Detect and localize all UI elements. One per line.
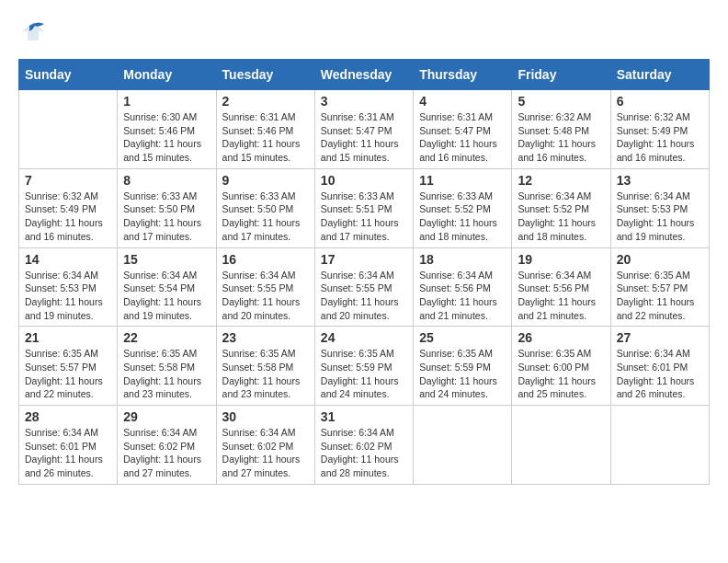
calendar-cell: 14Sunrise: 6:34 AMSunset: 5:53 PMDayligh… — [19, 247, 118, 327]
cell-info: Sunrise: 6:34 AMSunset: 6:01 PMDaylight:… — [25, 426, 111, 480]
calendar-cell: 20Sunrise: 6:35 AMSunset: 5:57 PMDayligh… — [610, 247, 709, 327]
day-number: 1 — [123, 94, 210, 109]
calendar-cell: 7Sunrise: 6:32 AMSunset: 5:49 PMDaylight… — [19, 168, 118, 247]
cell-info: Sunrise: 6:32 AMSunset: 5:49 PMDaylight:… — [617, 110, 703, 165]
calendar-body: 1Sunrise: 6:30 AMSunset: 5:46 PMDaylight… — [19, 90, 710, 485]
day-number: 29 — [123, 409, 210, 424]
cell-info: Sunrise: 6:34 AMSunset: 6:02 PMDaylight:… — [222, 426, 309, 480]
calendar-week-row: 14Sunrise: 6:34 AMSunset: 5:53 PMDayligh… — [19, 247, 710, 327]
col-header-monday: Monday — [118, 60, 216, 90]
calendar-cell: 30Sunrise: 6:34 AMSunset: 6:02 PMDayligh… — [216, 406, 314, 485]
day-number: 26 — [518, 330, 604, 345]
cell-info: Sunrise: 6:34 AMSunset: 5:55 PMDaylight:… — [222, 269, 309, 323]
cell-info: Sunrise: 6:35 AMSunset: 5:58 PMDaylight:… — [222, 347, 309, 401]
calendar-cell: 11Sunrise: 6:33 AMSunset: 5:52 PMDayligh… — [414, 168, 512, 247]
calendar-cell: 6Sunrise: 6:32 AMSunset: 5:49 PMDaylight… — [610, 90, 709, 169]
cell-info: Sunrise: 6:34 AMSunset: 5:52 PMDaylight:… — [518, 190, 604, 244]
day-number: 31 — [321, 409, 407, 424]
calendar-table: SundayMondayTuesdayWednesdayThursdayFrid… — [18, 59, 710, 485]
calendar-cell: 29Sunrise: 6:34 AMSunset: 6:02 PMDayligh… — [118, 406, 216, 485]
day-number: 11 — [419, 173, 506, 188]
col-header-tuesday: Tuesday — [216, 60, 314, 90]
day-number: 20 — [617, 252, 703, 267]
day-number: 4 — [419, 94, 506, 109]
cell-info: Sunrise: 6:34 AMSunset: 6:01 PMDaylight:… — [617, 347, 703, 401]
calendar-header-row: SundayMondayTuesdayWednesdayThursdayFrid… — [19, 60, 710, 90]
day-number: 6 — [617, 94, 703, 109]
day-number: 21 — [25, 330, 111, 345]
day-number: 14 — [25, 252, 111, 267]
cell-info: Sunrise: 6:34 AMSunset: 5:53 PMDaylight:… — [25, 269, 111, 323]
calendar-cell: 12Sunrise: 6:34 AMSunset: 5:52 PMDayligh… — [512, 168, 610, 247]
cell-info: Sunrise: 6:31 AMSunset: 5:47 PMDaylight:… — [419, 110, 506, 165]
day-number: 3 — [321, 94, 407, 109]
cell-info: Sunrise: 6:35 AMSunset: 6:00 PMDaylight:… — [518, 347, 604, 401]
calendar-cell: 15Sunrise: 6:34 AMSunset: 5:54 PMDayligh… — [118, 247, 216, 327]
day-number: 13 — [617, 173, 703, 188]
day-number: 9 — [222, 173, 309, 188]
cell-info: Sunrise: 6:33 AMSunset: 5:52 PMDaylight:… — [419, 190, 506, 244]
cell-info: Sunrise: 6:33 AMSunset: 5:50 PMDaylight:… — [222, 190, 309, 244]
calendar-cell: 5Sunrise: 6:32 AMSunset: 5:48 PMDaylight… — [512, 90, 610, 169]
cell-info: Sunrise: 6:35 AMSunset: 5:57 PMDaylight:… — [25, 347, 111, 401]
day-number: 7 — [25, 173, 111, 188]
calendar-cell: 21Sunrise: 6:35 AMSunset: 5:57 PMDayligh… — [19, 327, 118, 406]
calendar-cell: 10Sunrise: 6:33 AMSunset: 5:51 PMDayligh… — [314, 168, 413, 247]
calendar-cell: 16Sunrise: 6:34 AMSunset: 5:55 PMDayligh… — [216, 247, 314, 327]
day-number: 5 — [518, 94, 604, 109]
logo — [18, 18, 48, 44]
cell-info: Sunrise: 6:33 AMSunset: 5:51 PMDaylight:… — [321, 190, 407, 244]
logo-bird-icon — [20, 18, 46, 44]
cell-info: Sunrise: 6:34 AMSunset: 5:55 PMDaylight:… — [321, 269, 407, 323]
cell-info: Sunrise: 6:31 AMSunset: 5:46 PMDaylight:… — [222, 110, 309, 165]
day-number: 23 — [222, 330, 309, 345]
calendar-cell: 22Sunrise: 6:35 AMSunset: 5:58 PMDayligh… — [118, 327, 216, 406]
calendar-cell: 2Sunrise: 6:31 AMSunset: 5:46 PMDaylight… — [216, 90, 314, 169]
day-number: 8 — [123, 173, 210, 188]
calendar-week-row: 28Sunrise: 6:34 AMSunset: 6:01 PMDayligh… — [19, 406, 710, 485]
calendar-cell — [19, 90, 118, 169]
calendar-cell: 26Sunrise: 6:35 AMSunset: 6:00 PMDayligh… — [512, 327, 610, 406]
calendar-cell: 17Sunrise: 6:34 AMSunset: 5:55 PMDayligh… — [314, 247, 413, 327]
day-number: 27 — [617, 330, 703, 345]
cell-info: Sunrise: 6:35 AMSunset: 5:59 PMDaylight:… — [419, 347, 506, 401]
day-number: 25 — [419, 330, 506, 345]
calendar-cell: 4Sunrise: 6:31 AMSunset: 5:47 PMDaylight… — [414, 90, 512, 169]
cell-info: Sunrise: 6:34 AMSunset: 5:56 PMDaylight:… — [518, 269, 604, 323]
cell-info: Sunrise: 6:34 AMSunset: 6:02 PMDaylight:… — [123, 426, 210, 480]
calendar-cell — [610, 406, 709, 485]
calendar-cell — [512, 406, 610, 485]
calendar-cell: 3Sunrise: 6:31 AMSunset: 5:47 PMDaylight… — [314, 90, 413, 169]
cell-info: Sunrise: 6:34 AMSunset: 6:02 PMDaylight:… — [321, 426, 407, 480]
calendar-week-row: 7Sunrise: 6:32 AMSunset: 5:49 PMDaylight… — [19, 168, 710, 247]
calendar-cell: 19Sunrise: 6:34 AMSunset: 5:56 PMDayligh… — [512, 247, 610, 327]
cell-info: Sunrise: 6:34 AMSunset: 5:53 PMDaylight:… — [617, 190, 703, 244]
day-number: 15 — [123, 252, 210, 267]
cell-info: Sunrise: 6:32 AMSunset: 5:49 PMDaylight:… — [25, 190, 111, 244]
calendar-cell: 23Sunrise: 6:35 AMSunset: 5:58 PMDayligh… — [216, 327, 314, 406]
cell-info: Sunrise: 6:33 AMSunset: 5:50 PMDaylight:… — [123, 190, 210, 244]
cell-info: Sunrise: 6:32 AMSunset: 5:48 PMDaylight:… — [518, 110, 604, 165]
calendar-cell: 24Sunrise: 6:35 AMSunset: 5:59 PMDayligh… — [314, 327, 413, 406]
calendar-cell: 8Sunrise: 6:33 AMSunset: 5:50 PMDaylight… — [118, 168, 216, 247]
cell-info: Sunrise: 6:35 AMSunset: 5:59 PMDaylight:… — [321, 347, 407, 401]
calendar-cell: 13Sunrise: 6:34 AMSunset: 5:53 PMDayligh… — [610, 168, 709, 247]
calendar-cell: 31Sunrise: 6:34 AMSunset: 6:02 PMDayligh… — [314, 406, 413, 485]
day-number: 17 — [321, 252, 407, 267]
day-number: 19 — [518, 252, 604, 267]
calendar-cell: 9Sunrise: 6:33 AMSunset: 5:50 PMDaylight… — [216, 168, 314, 247]
col-header-thursday: Thursday — [414, 60, 512, 90]
calendar-cell: 1Sunrise: 6:30 AMSunset: 5:46 PMDaylight… — [118, 90, 216, 169]
page-header — [18, 18, 710, 44]
day-number: 2 — [222, 94, 309, 109]
calendar-week-row: 21Sunrise: 6:35 AMSunset: 5:57 PMDayligh… — [19, 327, 710, 406]
calendar-week-row: 1Sunrise: 6:30 AMSunset: 5:46 PMDaylight… — [19, 90, 710, 169]
col-header-friday: Friday — [512, 60, 610, 90]
day-number: 28 — [25, 409, 111, 424]
day-number: 12 — [518, 173, 604, 188]
cell-info: Sunrise: 6:34 AMSunset: 5:54 PMDaylight:… — [123, 269, 210, 323]
cell-info: Sunrise: 6:30 AMSunset: 5:46 PMDaylight:… — [123, 110, 210, 165]
calendar-cell: 27Sunrise: 6:34 AMSunset: 6:01 PMDayligh… — [610, 327, 709, 406]
day-number: 30 — [222, 409, 309, 424]
cell-info: Sunrise: 6:34 AMSunset: 5:56 PMDaylight:… — [419, 269, 506, 323]
